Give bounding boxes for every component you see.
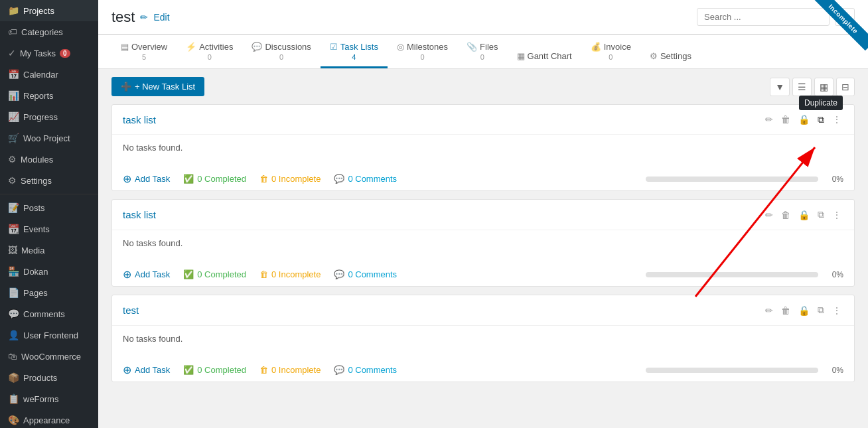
task-list-card-1: task list ✏ 🗑 🔒 ⧉ Duplicate ⋮ No tasks f… [111, 104, 855, 191]
sidebar-item-user-frontend[interactable]: 👤 User Frontend [0, 324, 98, 346]
edit-icon: ✏ [140, 12, 148, 23]
sidebar-item-progress[interactable]: 📈 Progress [0, 106, 98, 127]
tab-label: Discussions [265, 42, 311, 52]
incomplete-label: 0 Incomplete [271, 174, 321, 184]
sidebar-item-label: Events [23, 224, 50, 234]
grid-view-button[interactable]: ▦ [814, 78, 833, 96]
sidebar-item-woo-project[interactable]: 🛒 Woo Project [0, 127, 98, 149]
tab-milestones[interactable]: ◎ Milestones 0 [388, 35, 457, 68]
more-task-list-icon-2[interactable]: ⋮ [830, 208, 843, 222]
completed-stat-2: ✅ 0 Completed [183, 269, 246, 279]
tab-label: Gantt Chart [528, 51, 572, 61]
tab-label: Settings [660, 51, 691, 61]
settings-tab-icon: ⚙ [650, 51, 658, 61]
edit-task-list-icon-3[interactable]: ✏ [763, 304, 775, 317]
new-task-list-button[interactable]: ➕ + New Task List [111, 77, 204, 96]
list-view-button[interactable]: ☰ [792, 78, 812, 96]
task-list-name-3[interactable]: test [123, 305, 139, 316]
dokan-icon: 🏪 [8, 266, 19, 277]
tab-label: Activities [199, 42, 233, 52]
sidebar-item-reports[interactable]: 📊 Reports [0, 85, 98, 106]
sidebar-item-woocommerce[interactable]: 🛍 WooCommerce [0, 346, 98, 367]
sidebar-item-projects[interactable]: 📁 Projects [0, 0, 98, 21]
edit-link[interactable]: Edit [153, 12, 169, 23]
sidebar-item-categories[interactable]: 🏷 Categories [0, 21, 98, 42]
sidebar-item-weforms[interactable]: 📋 weForms [0, 388, 98, 409]
sidebar-item-dokan[interactable]: 🏪 Dokan [0, 261, 98, 282]
edit-task-list-icon-2[interactable]: ✏ [763, 208, 775, 222]
sidebar-item-products[interactable]: 📦 Products [0, 367, 98, 388]
task-list-card-3: test ✏ 🗑 🔒 ⧉ ⋮ No tasks found. ⊕ Add Tas… [111, 295, 855, 382]
sidebar-item-label: My Tasks [20, 48, 56, 58]
sidebar-item-calendar[interactable]: 📅 Calendar [0, 64, 98, 85]
tab-invoice[interactable]: 💰 Invoice 0 [581, 35, 640, 68]
sidebar-item-settings[interactable]: ⚙ Settings [0, 170, 98, 191]
duplicate-task-list-icon-3[interactable]: ⧉ [816, 303, 826, 317]
progress-bar-track-3 [646, 368, 818, 373]
search-input[interactable] [697, 8, 830, 26]
completed-icon-2: ✅ [183, 269, 194, 279]
sidebar-item-appearance[interactable]: 🎨 Appearance [0, 409, 98, 428]
tab-overview[interactable]: ▤ Overview 5 [111, 35, 177, 68]
duplicate-task-list-icon[interactable]: ⧉ [816, 113, 826, 126]
sidebar-item-pages[interactable]: 📄 Pages [0, 282, 98, 303]
comments-label: 0 Comments [348, 174, 397, 184]
collapse-button[interactable]: ⊟ [836, 78, 855, 96]
task-list-header-1: task list ✏ 🗑 🔒 ⧉ Duplicate ⋮ [112, 105, 854, 135]
comments-icon-2: 💬 [334, 269, 344, 279]
sidebar-item-label: Modules [21, 155, 53, 165]
pages-icon: 📄 [8, 287, 19, 298]
more-task-list-icon-3[interactable]: ⋮ [830, 304, 843, 317]
delete-task-list-icon-2[interactable]: 🗑 [779, 208, 792, 222]
sidebar-item-modules[interactable]: ⚙ Modules [0, 149, 98, 170]
woo-project-icon: 🛒 [8, 133, 19, 143]
comments-icon: 💬 [334, 174, 344, 184]
tab-count: 0 [480, 53, 484, 61]
comments-label-2: 0 Comments [348, 269, 397, 279]
tab-count: 0 [420, 53, 424, 61]
completed-label-2: 0 Completed [197, 269, 246, 279]
duplicate-task-list-icon-2[interactable]: ⧉ [816, 208, 826, 222]
lock-task-list-icon-3[interactable]: 🔒 [796, 304, 812, 317]
gantt-icon: ▦ [517, 51, 525, 61]
lock-task-list-icon[interactable]: 🔒 [796, 113, 812, 126]
sidebar-item-posts[interactable]: 📝 Posts [0, 197, 98, 218]
add-task-button-2[interactable]: ⊕ Add Task [123, 268, 170, 281]
lock-task-list-icon-2[interactable]: 🔒 [796, 208, 812, 222]
sidebar-item-comments[interactable]: 💬 Comments [0, 303, 98, 324]
completed-stat-3: ✅ 0 Completed [183, 365, 246, 375]
sidebar-item-label: Pages [23, 288, 48, 298]
add-task-button-1[interactable]: ⊕ Add Task [123, 173, 170, 185]
tab-activities[interactable]: ⚡ Activities 0 [177, 35, 242, 68]
header-right: ⚙ [697, 8, 855, 26]
progress-icon: 📈 [8, 111, 19, 122]
task-list-card-2: task list ✏ 🗑 🔒 ⧉ ⋮ No tasks found. ⊕ Ad… [111, 199, 855, 287]
calendar-icon: 📅 [8, 69, 19, 80]
task-list-footer-3: ⊕ Add Task ✅ 0 Completed 🗑 0 Incomplete … [112, 358, 854, 382]
task-list-name-2[interactable]: task list [123, 209, 156, 220]
sidebar-item-media[interactable]: 🖼 Media [0, 240, 98, 261]
products-icon: 📦 [8, 372, 19, 383]
tab-label: Milestones [407, 42, 448, 52]
tab-settings[interactable]: ⚙ Settings [640, 44, 701, 68]
tab-count: 0 [208, 53, 212, 61]
task-list-name-1[interactable]: task list [123, 114, 156, 125]
sidebar-item-my-tasks[interactable]: ✓ My Tasks 0 [0, 42, 98, 64]
delete-task-list-icon-3[interactable]: 🗑 [779, 304, 792, 317]
edit-task-list-icon[interactable]: ✏ [763, 113, 775, 126]
categories-icon: 🏷 [8, 27, 17, 37]
add-task-button-3[interactable]: ⊕ Add Task [123, 364, 170, 376]
delete-task-list-icon[interactable]: 🗑 [779, 113, 792, 126]
tab-gantt-chart[interactable]: ▦ Gantt Chart [508, 44, 581, 68]
tab-task-lists[interactable]: ☑ Task Lists 4 [321, 35, 388, 68]
comments-icon-3: 💬 [334, 365, 344, 375]
tabs-bar: ▤ Overview 5 ⚡ Activities 0 💬 Discussion… [98, 35, 868, 69]
sidebar-item-label: Projects [23, 6, 54, 16]
filter-button[interactable]: ▼ [770, 78, 790, 96]
sidebar-item-label: Media [21, 246, 44, 255]
tab-files[interactable]: 📎 Files 0 [457, 35, 507, 68]
sidebar-item-events[interactable]: 📆 Events [0, 218, 98, 240]
tab-discussions[interactable]: 💬 Discussions 0 [242, 35, 320, 68]
more-task-list-icon[interactable]: ⋮ [830, 113, 843, 126]
gear-button[interactable]: ⚙ [835, 8, 855, 26]
